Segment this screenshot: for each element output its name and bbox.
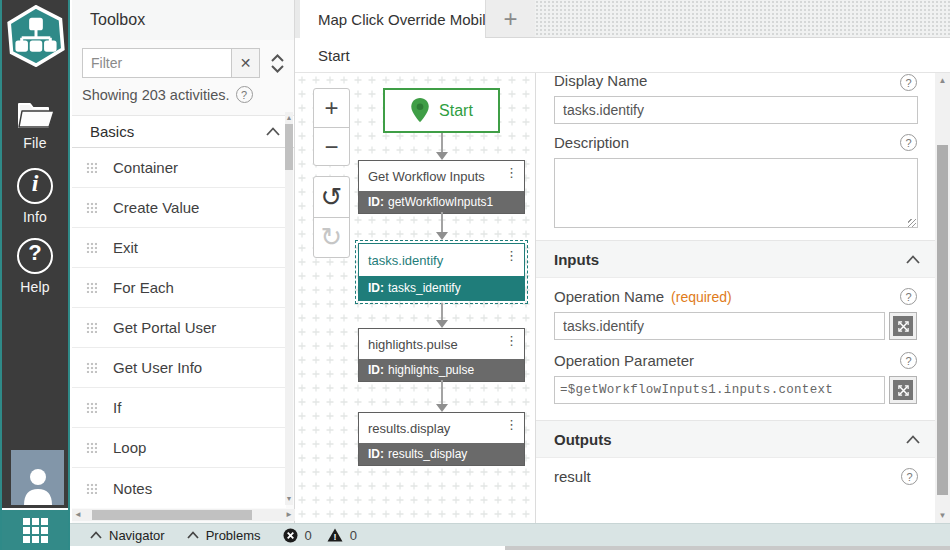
toolbox-item-create-value[interactable]: Create Value: [72, 188, 286, 228]
scroll-left-icon[interactable]: ◄: [74, 509, 82, 521]
scroll-right-icon[interactable]: ►: [285, 509, 293, 521]
scrollbar-thumb[interactable]: [285, 124, 293, 170]
zoom-controls: + −: [313, 88, 350, 166]
question-icon: ?: [17, 238, 53, 274]
node-results-display[interactable]: results.display ⋮ ID: results_display: [358, 412, 525, 466]
toolbox-item-exit[interactable]: Exit: [72, 228, 286, 268]
scrollbar-thumb[interactable]: [937, 145, 948, 495]
breadcrumb: Start: [295, 38, 950, 73]
breadcrumb-start[interactable]: Start: [318, 47, 350, 64]
redo-button[interactable]: ↻: [314, 217, 349, 257]
rail-item-help[interactable]: ? Help: [2, 238, 68, 296]
node-id-prefix: ID:: [368, 281, 384, 295]
toolbox-item-container[interactable]: Container: [72, 148, 286, 188]
toolbox-horizontal-scrollbar[interactable]: ◄ ►: [72, 509, 295, 521]
expression-editor-button[interactable]: [889, 312, 917, 340]
new-tab-button[interactable]: +: [485, 0, 535, 38]
drag-handle-icon[interactable]: [86, 483, 97, 494]
rail-item-file[interactable]: File: [2, 98, 68, 152]
drag-handle-icon[interactable]: [86, 442, 97, 453]
output-label: result: [554, 468, 901, 485]
description-textarea[interactable]: [554, 158, 918, 228]
tab-map-click-override-mobile[interactable]: Map Click Override Mobile ✕: [300, 0, 485, 38]
chevron-up-icon[interactable]: [906, 255, 920, 264]
display-name-input[interactable]: [554, 96, 918, 124]
chevron-up-icon[interactable]: [906, 435, 920, 444]
zoom-out-button[interactable]: −: [314, 127, 349, 165]
arrowhead-icon: [436, 232, 448, 240]
toolbox-item-get-user-info[interactable]: Get User Info: [72, 348, 286, 388]
drag-handle-icon[interactable]: [86, 242, 97, 253]
expression-editor-button[interactable]: [889, 376, 917, 404]
node-id-prefix: ID:: [368, 363, 384, 377]
help-icon[interactable]: ?: [901, 468, 918, 485]
scrollbar-thumb[interactable]: [92, 510, 252, 520]
zoom-in-button[interactable]: +: [314, 89, 349, 127]
section-label: Outputs: [554, 431, 906, 448]
node-tasks-identify[interactable]: tasks.identify ⋮ ID: tasks_identify: [358, 243, 525, 301]
kebab-menu-icon[interactable]: ⋮: [505, 165, 518, 180]
properties-vertical-scrollbar[interactable]: ▲ ▼: [935, 73, 950, 523]
user-avatar[interactable]: [11, 450, 64, 505]
drag-handle-icon[interactable]: [86, 282, 97, 293]
scroll-down-icon[interactable]: ▼: [935, 511, 950, 520]
drag-handle-icon[interactable]: [86, 322, 97, 333]
kebab-menu-icon[interactable]: ⋮: [505, 333, 518, 348]
scroll-down-icon[interactable]: ▼: [285, 494, 293, 504]
help-icon[interactable]: ?: [236, 86, 253, 103]
clear-filter-button[interactable]: ✕: [231, 49, 259, 77]
person-icon: [20, 465, 56, 505]
expand-collapse-all-button[interactable]: [268, 51, 287, 76]
help-icon[interactable]: ?: [900, 74, 917, 91]
app-launcher-button[interactable]: [2, 510, 68, 550]
help-icon[interactable]: ?: [900, 288, 917, 305]
bottom-edge-strip: [70, 546, 950, 550]
kebab-menu-icon[interactable]: ⋮: [505, 417, 518, 432]
node-id: tasks_identify: [388, 281, 461, 295]
rail-item-label: Info: [23, 209, 47, 225]
toolbox-vertical-scrollbar[interactable]: ▲ ▼: [285, 112, 293, 505]
arrowhead-icon: [436, 320, 448, 328]
output-row-result: result ?: [554, 468, 918, 485]
toolbox-item-loop[interactable]: Loop: [72, 428, 286, 468]
section-header-basics[interactable]: Basics: [72, 115, 294, 148]
drag-handle-icon[interactable]: [86, 362, 97, 373]
flow-edge: [441, 380, 443, 404]
section-header-inputs[interactable]: Inputs: [536, 240, 935, 278]
node-tasks-identify-selected[interactable]: tasks.identify ⋮ ID: tasks_identify: [355, 240, 528, 304]
help-icon[interactable]: ?: [900, 352, 917, 369]
toolbox-item-if[interactable]: If: [72, 388, 286, 428]
drag-handle-icon[interactable]: [86, 202, 97, 213]
toolbox-item-get-portal-user[interactable]: Get Portal User: [72, 308, 286, 348]
drag-handle-icon[interactable]: [86, 402, 97, 413]
filter-input[interactable]: [83, 49, 231, 77]
scroll-up-icon[interactable]: ▲: [285, 113, 293, 123]
arrowhead-icon: [436, 404, 448, 412]
kebab-menu-icon[interactable]: ⋮: [505, 248, 518, 263]
node-start[interactable]: Start: [383, 88, 500, 133]
workflow-canvas[interactable]: + − ↺ ↻ Start Get Workflow In: [295, 73, 535, 523]
toolbox-item-for-each[interactable]: For Each: [72, 268, 286, 308]
operation-parameter-input[interactable]: [554, 376, 885, 404]
toolbox-item-label: Loop: [113, 439, 146, 456]
scroll-up-icon[interactable]: ▲: [935, 76, 950, 85]
rail-item-info[interactable]: i Info: [2, 168, 68, 226]
section-header-outputs[interactable]: Outputs: [536, 420, 935, 458]
chevron-up-icon[interactable]: [266, 127, 280, 136]
operation-name-input[interactable]: [554, 312, 885, 340]
toolbox-item-label: Container: [113, 159, 178, 176]
drag-handle-icon[interactable]: [86, 162, 97, 173]
toolbox-item-notes[interactable]: Notes: [72, 468, 286, 508]
tab-bar-filler: [535, 0, 950, 38]
operation-parameter-label: Operation Parameter: [554, 352, 694, 369]
problems-toggle[interactable]: Problems: [187, 528, 261, 543]
node-title: highlights.pulse: [368, 337, 458, 352]
help-icon[interactable]: ?: [900, 134, 917, 151]
node-highlights-pulse[interactable]: highlights.pulse ⋮ ID: highlights_pulse: [358, 328, 525, 382]
horizontal-scrollbar-thumb[interactable]: [505, 546, 950, 550]
navigator-label: Navigator: [109, 528, 165, 543]
navigator-toggle[interactable]: Navigator: [90, 528, 165, 543]
node-id: getWorkflowInputs1: [388, 195, 493, 209]
node-get-workflow-inputs[interactable]: Get Workflow Inputs ⋮ ID: getWorkflowInp…: [358, 160, 525, 214]
undo-button[interactable]: ↺: [314, 177, 349, 217]
